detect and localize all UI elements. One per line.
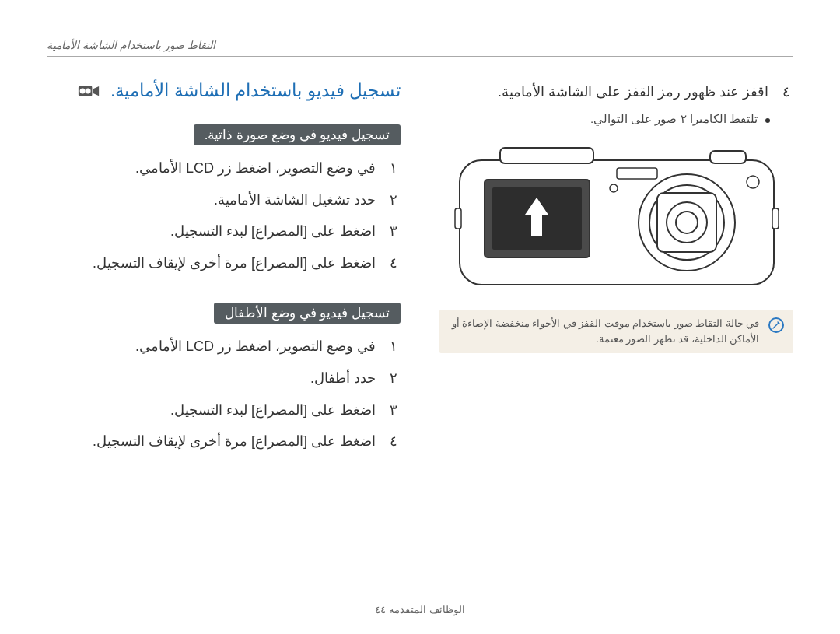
- note-icon: [768, 317, 784, 333]
- page-footer: الوظائف المتقدمة ٤٤: [0, 604, 840, 615]
- gb-step-2: ٢ حدد أطفال.: [47, 366, 401, 391]
- step-4: ٤ اقفز عند ظهور رمز القفز على الشاشة الأ…: [439, 80, 793, 104]
- camera-illustration: [439, 137, 793, 292]
- svg-point-18: [80, 88, 86, 93]
- gb-step-1: ١ في وضع التصوير، اضغط زر LCD الأمامي.: [47, 335, 401, 359]
- step-number: ٤: [779, 80, 793, 104]
- section-title-row: تسجيل فيديو باستخدام الشاشة الأمامية.: [47, 80, 401, 101]
- svg-point-14: [747, 176, 759, 188]
- right-column: ٤ اقفز عند ظهور رمز القفز على الشاشة الأ…: [439, 80, 793, 461]
- page-header: التقاط صور باستخدام الشاشة الأمامية: [47, 39, 793, 57]
- ga-step-3: ٣ اضغط على [المصراع] لبدء التسجيل.: [47, 219, 401, 243]
- gb-step-3: ٣ اضغط على [المصراع] لبدء التسجيل.: [47, 398, 401, 422]
- svg-marker-20: [93, 86, 99, 95]
- svg-point-13: [610, 184, 618, 192]
- step-text: حدد أطفال.: [310, 366, 376, 391]
- step-number: ٤: [387, 251, 401, 275]
- ga-step-2: ٢ حدد تشغيل الشاشة الأمامية.: [47, 188, 401, 212]
- note-text: في حالة التقاط صور باستخدام موقت القفز ف…: [449, 316, 759, 347]
- step-number: ٣: [387, 219, 401, 243]
- subheading-kids: تسجيل فيديو في وضع الأطفال: [214, 303, 401, 324]
- step-text: حدد تشغيل الشاشة الأمامية.: [214, 188, 376, 212]
- sub-bullet: تلتقط الكاميرا ٢ صور على التوالي.: [439, 112, 770, 126]
- bullet-text: تلتقط الكاميرا ٢ صور على التوالي.: [590, 112, 758, 126]
- step-text: اضغط على [المصراع] مرة أخرى لإيقاف التسج…: [93, 429, 376, 454]
- camera-icon: [453, 137, 780, 292]
- step-number: ٢: [387, 366, 401, 391]
- step-text: في وضع التصوير، اضغط زر LCD الأمامي.: [135, 335, 376, 359]
- gb-step-4: ٤ اضغط على [المصراع] مرة أخرى لإيقاف الت…: [47, 429, 401, 454]
- step-text: اضغط على [المصراع] لبدء التسجيل.: [170, 398, 376, 422]
- step-text: اضغط على [المصراع] مرة أخرى لإيقاف التسج…: [93, 251, 376, 275]
- step-number: ١: [387, 156, 401, 180]
- svg-point-11: [676, 212, 698, 233]
- svg-point-19: [86, 88, 91, 93]
- note-box: في حالة التقاط صور باستخدام موقت القفز ف…: [439, 310, 793, 353]
- left-column: تسجيل فيديو باستخدام الشاشة الأمامية. تس…: [47, 80, 401, 461]
- step-number: ٤: [387, 429, 401, 454]
- svg-rect-1: [500, 148, 593, 163]
- step-number: ١: [387, 335, 401, 359]
- svg-rect-6: [531, 213, 542, 236]
- svg-rect-15: [455, 208, 461, 229]
- step-number: ٢: [387, 188, 401, 212]
- step-text: اقفز عند ظهور رمز القفز على الشاشة الأما…: [498, 80, 768, 104]
- svg-rect-16: [772, 208, 779, 229]
- svg-rect-12: [617, 168, 657, 179]
- video-camera-icon: [78, 82, 100, 100]
- ga-step-4: ٤ اضغط على [المصراع] مرة أخرى لإيقاف الت…: [47, 251, 401, 275]
- step-text: في وضع التصوير، اضغط زر LCD الأمامي.: [135, 156, 376, 180]
- ga-step-1: ١ في وضع التصوير، اضغط زر LCD الأمامي.: [47, 156, 401, 180]
- bullet-icon: [765, 118, 770, 123]
- svg-rect-2: [710, 151, 746, 163]
- step-text: اضغط على [المصراع] لبدء التسجيل.: [170, 219, 376, 243]
- section-title: تسجيل فيديو باستخدام الشاشة الأمامية.: [110, 80, 401, 101]
- step-number: ٣: [387, 398, 401, 422]
- subheading-self: تسجيل فيديو في وضع صورة ذاتية.: [194, 124, 401, 145]
